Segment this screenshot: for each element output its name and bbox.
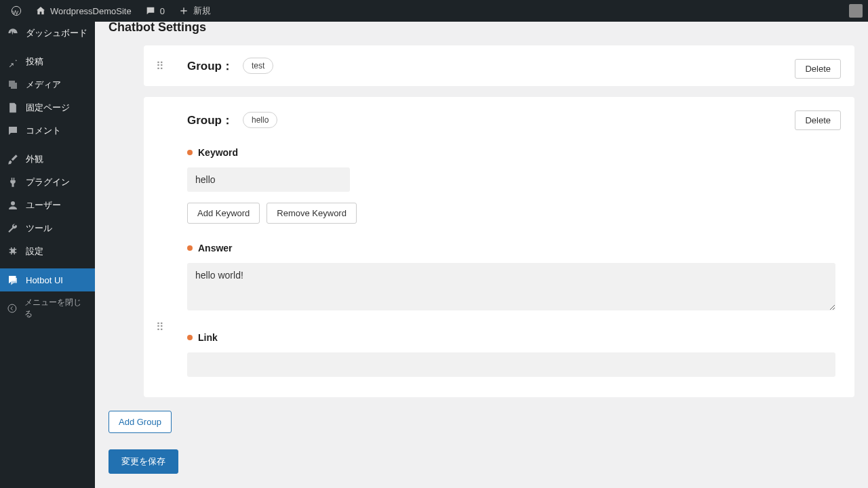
dot-icon (187, 335, 193, 340)
home-icon (35, 5, 46, 16)
wordpress-icon (11, 5, 22, 16)
group-card: ⠿ Group： test Delete (144, 45, 854, 86)
new-link[interactable]: 新規 (173, 5, 216, 17)
keyword-section: Keyword Add Keyword Remove Keyword (187, 147, 835, 224)
group-badge[interactable]: test (243, 58, 273, 74)
sidebar-media[interactable]: メディア (0, 73, 95, 96)
brush-icon (7, 153, 19, 165)
add-group-button[interactable]: Add Group (108, 411, 172, 433)
sidebar-appearance[interactable]: 外観 (0, 148, 95, 171)
sidebar-comments[interactable]: コメント (0, 119, 95, 142)
comment-icon (7, 125, 19, 137)
link-input[interactable] (187, 352, 835, 377)
group-label: Group： (187, 113, 233, 128)
sidebar-settings[interactable]: 設定 (0, 240, 95, 263)
admin-bar: WordpressDemoSite 0 新規 (0, 0, 868, 22)
dot-icon (187, 245, 193, 251)
media-icon (7, 79, 19, 91)
answer-label: Answer (187, 243, 835, 253)
keyword-label: Keyword (187, 147, 835, 158)
svg-point-0 (12, 6, 20, 15)
drag-handle-icon[interactable]: ⠿ (156, 321, 164, 333)
answer-input[interactable] (187, 263, 835, 310)
plus-icon (178, 5, 189, 16)
sidebar-tools[interactable]: ツール (0, 217, 95, 240)
svg-point-1 (11, 201, 15, 205)
dot-icon (187, 150, 193, 155)
drag-handle-icon[interactable]: ⠿ (156, 60, 164, 73)
comment-icon (145, 5, 156, 16)
answer-section: Answer (187, 243, 835, 313)
admin-bar-left: WordpressDemoSite 0 新規 (5, 5, 216, 17)
delete-button[interactable]: Delete (795, 110, 841, 130)
add-keyword-button[interactable]: Add Keyword (187, 203, 260, 224)
user-avatar[interactable] (849, 4, 863, 18)
sidebar-users[interactable]: ユーザー (0, 194, 95, 217)
save-button[interactable]: 変更を保存 (108, 449, 178, 474)
plugin-icon (7, 176, 19, 188)
link-section: Link (187, 332, 835, 377)
comments-count: 0 (160, 6, 165, 16)
group-badge[interactable]: hello (243, 112, 277, 128)
keyword-input[interactable] (187, 167, 350, 192)
keyword-buttons: Add Keyword Remove Keyword (187, 203, 835, 224)
sidebar-hotbot[interactable]: Hotbot UI (0, 268, 95, 291)
settings-icon (7, 245, 19, 258)
delete-button[interactable]: Delete (795, 59, 841, 79)
sidebar-posts[interactable]: 投稿 (0, 50, 95, 73)
sidebar-pages[interactable]: 固定ページ (0, 96, 95, 119)
remove-keyword-button[interactable]: Remove Keyword (267, 203, 357, 224)
sidebar-collapse[interactable]: メニューを閉じる (0, 291, 95, 325)
dashboard-icon (7, 27, 19, 39)
wrench-icon (7, 222, 19, 235)
collapse-icon (7, 303, 18, 314)
page-icon (7, 102, 19, 114)
sidebar-plugins[interactable]: プラグイン (0, 171, 95, 194)
page-title: Chatbot Settings (108, 22, 854, 35)
sidebar-dashboard[interactable]: ダッシュボード (0, 22, 95, 45)
user-icon (7, 199, 19, 211)
chat-icon (7, 274, 19, 286)
new-label: 新規 (193, 5, 211, 17)
main-content: Chatbot Settings ⠿ Group： test Delete ⠿ … (95, 22, 868, 488)
admin-sidebar: ダッシュボード 投稿 メディア 固定ページ コメント 外観 プラグイン ユーザー… (0, 22, 95, 488)
pin-icon (7, 56, 19, 68)
group-card: ⠿ Group： hello Delete Keyword Add Keywor… (144, 97, 854, 397)
wp-logo[interactable] (5, 5, 27, 16)
group-label: Group： (187, 58, 233, 74)
svg-point-2 (8, 304, 16, 312)
comments-link[interactable]: 0 (140, 5, 170, 16)
group-header: Group： test (187, 58, 835, 74)
link-label: Link (187, 332, 835, 343)
site-name: WordpressDemoSite (50, 6, 132, 16)
group-header: Group： hello (187, 112, 835, 128)
site-link[interactable]: WordpressDemoSite (30, 5, 137, 16)
